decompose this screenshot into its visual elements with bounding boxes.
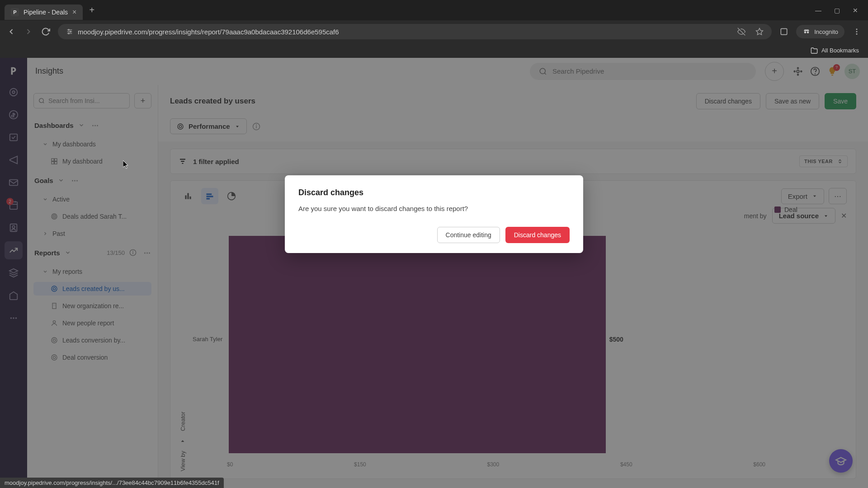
browser-tab[interactable]: P Pipeline - Deals × bbox=[5, 5, 83, 20]
forward-icon bbox=[24, 27, 33, 37]
site-settings-icon[interactable] bbox=[66, 28, 73, 35]
url-field[interactable]: moodjoy.pipedrive.com/progress/insights/… bbox=[58, 24, 772, 39]
tab-bar: P Pipeline - Deals × + — ▢ ✕ bbox=[0, 0, 868, 20]
svg-marker-80 bbox=[123, 160, 128, 169]
url-bar: moodjoy.pipedrive.com/progress/insights/… bbox=[0, 20, 868, 43]
incognito-label: Incognito bbox=[814, 28, 838, 35]
reload-icon[interactable] bbox=[41, 27, 51, 37]
tab-title: Pipeline - Deals bbox=[24, 9, 68, 16]
star-icon[interactable] bbox=[755, 28, 764, 36]
new-tab-button[interactable]: + bbox=[89, 5, 94, 15]
svg-rect-8 bbox=[781, 28, 787, 34]
window-controls: — ▢ ✕ bbox=[815, 7, 863, 14]
svg-point-13 bbox=[856, 33, 858, 35]
svg-point-5 bbox=[68, 33, 70, 34]
svg-point-11 bbox=[856, 28, 858, 30]
continue-editing-button[interactable]: Continue editing bbox=[437, 227, 500, 243]
discard-modal: Discard changes Are you sure you want to… bbox=[285, 175, 583, 253]
eye-off-icon[interactable] bbox=[737, 28, 745, 36]
extensions-icon[interactable] bbox=[779, 27, 789, 37]
discard-confirm-button[interactable]: Discard changes bbox=[505, 227, 570, 243]
bookmark-bar: All Bookmarks bbox=[0, 43, 868, 58]
modal-overlay[interactable]: Discard changes Are you sure you want to… bbox=[0, 58, 868, 488]
mouse-cursor bbox=[123, 160, 129, 169]
close-icon[interactable]: × bbox=[72, 8, 76, 16]
minimize-icon[interactable]: — bbox=[815, 7, 821, 14]
svg-point-4 bbox=[70, 31, 71, 33]
modal-footer: Continue editing Discard changes bbox=[298, 227, 570, 243]
maximize-icon[interactable]: ▢ bbox=[834, 7, 840, 14]
status-link: moodjoy.pipedrive.com/progress/insights/… bbox=[0, 478, 224, 488]
svg-marker-7 bbox=[756, 28, 763, 35]
svg-point-10 bbox=[807, 31, 809, 33]
svg-point-12 bbox=[856, 31, 858, 33]
menu-icon[interactable] bbox=[852, 27, 862, 37]
back-icon[interactable] bbox=[6, 27, 16, 37]
url-text: moodjoy.pipedrive.com/progress/insights/… bbox=[78, 28, 339, 36]
svg-point-9 bbox=[804, 31, 807, 33]
modal-title: Discard changes bbox=[298, 188, 570, 197]
modal-body: Are you sure you want to discard changes… bbox=[298, 205, 570, 212]
browser-chrome: P Pipeline - Deals × + — ▢ ✕ moodjoy.pip… bbox=[0, 0, 868, 58]
svg-point-3 bbox=[68, 29, 70, 31]
incognito-badge[interactable]: Incognito bbox=[796, 25, 844, 38]
close-window-icon[interactable]: ✕ bbox=[853, 7, 858, 14]
tab-favicon: P bbox=[11, 8, 19, 16]
bookmarks-link[interactable]: All Bookmarks bbox=[821, 47, 859, 54]
folder-icon bbox=[811, 47, 818, 54]
